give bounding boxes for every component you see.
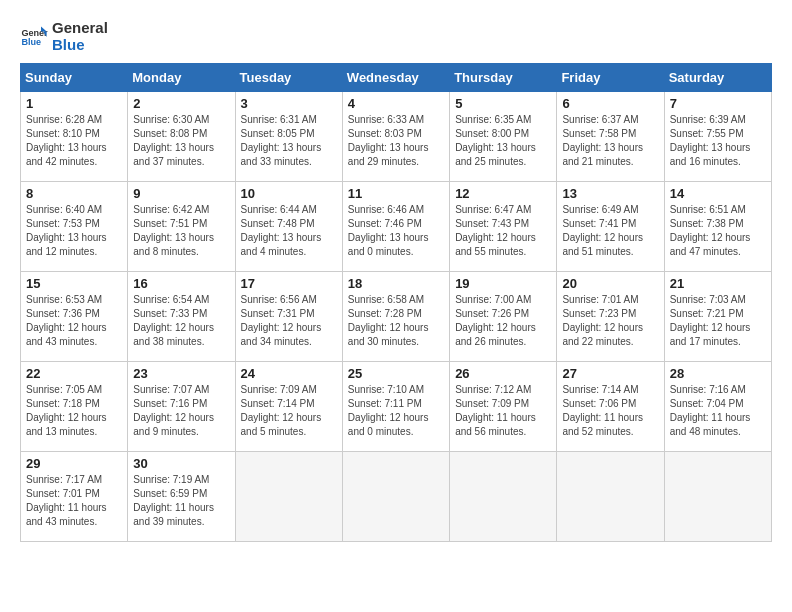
svg-text:Blue: Blue bbox=[21, 37, 41, 47]
weekday-header-friday: Friday bbox=[557, 64, 664, 92]
weekday-header-saturday: Saturday bbox=[664, 64, 771, 92]
calendar-day-23: 23Sunrise: 7:07 AMSunset: 7:16 PMDayligh… bbox=[128, 362, 235, 452]
logo-text-general: General bbox=[52, 20, 108, 37]
calendar-day-5: 5Sunrise: 6:35 AMSunset: 8:00 PMDaylight… bbox=[450, 92, 557, 182]
calendar-day-16: 16Sunrise: 6:54 AMSunset: 7:33 PMDayligh… bbox=[128, 272, 235, 362]
calendar-day-1: 1Sunrise: 6:28 AMSunset: 8:10 PMDaylight… bbox=[21, 92, 128, 182]
page-header: General Blue General Blue bbox=[20, 20, 772, 53]
calendar-day-12: 12Sunrise: 6:47 AMSunset: 7:43 PMDayligh… bbox=[450, 182, 557, 272]
calendar-day-26: 26Sunrise: 7:12 AMSunset: 7:09 PMDayligh… bbox=[450, 362, 557, 452]
weekday-header-monday: Monday bbox=[128, 64, 235, 92]
weekday-header-sunday: Sunday bbox=[21, 64, 128, 92]
calendar-day-15: 15Sunrise: 6:53 AMSunset: 7:36 PMDayligh… bbox=[21, 272, 128, 362]
calendar-day-28: 28Sunrise: 7:16 AMSunset: 7:04 PMDayligh… bbox=[664, 362, 771, 452]
calendar-day-30: 30Sunrise: 7:19 AMSunset: 6:59 PMDayligh… bbox=[128, 452, 235, 542]
calendar-day-24: 24Sunrise: 7:09 AMSunset: 7:14 PMDayligh… bbox=[235, 362, 342, 452]
calendar-day-25: 25Sunrise: 7:10 AMSunset: 7:11 PMDayligh… bbox=[342, 362, 449, 452]
calendar-day-9: 9Sunrise: 6:42 AMSunset: 7:51 PMDaylight… bbox=[128, 182, 235, 272]
calendar-day-13: 13Sunrise: 6:49 AMSunset: 7:41 PMDayligh… bbox=[557, 182, 664, 272]
calendar-day-empty bbox=[664, 452, 771, 542]
calendar-day-4: 4Sunrise: 6:33 AMSunset: 8:03 PMDaylight… bbox=[342, 92, 449, 182]
calendar-day-2: 2Sunrise: 6:30 AMSunset: 8:08 PMDaylight… bbox=[128, 92, 235, 182]
calendar-day-empty bbox=[342, 452, 449, 542]
calendar-day-17: 17Sunrise: 6:56 AMSunset: 7:31 PMDayligh… bbox=[235, 272, 342, 362]
calendar-day-14: 14Sunrise: 6:51 AMSunset: 7:38 PMDayligh… bbox=[664, 182, 771, 272]
calendar-day-empty bbox=[450, 452, 557, 542]
calendar-day-22: 22Sunrise: 7:05 AMSunset: 7:18 PMDayligh… bbox=[21, 362, 128, 452]
calendar-day-29: 29Sunrise: 7:17 AMSunset: 7:01 PMDayligh… bbox=[21, 452, 128, 542]
logo: General Blue General Blue bbox=[20, 20, 108, 53]
calendar-day-10: 10Sunrise: 6:44 AMSunset: 7:48 PMDayligh… bbox=[235, 182, 342, 272]
weekday-header-tuesday: Tuesday bbox=[235, 64, 342, 92]
calendar-day-empty bbox=[235, 452, 342, 542]
calendar-table: SundayMondayTuesdayWednesdayThursdayFrid… bbox=[20, 63, 772, 542]
calendar-day-8: 8Sunrise: 6:40 AMSunset: 7:53 PMDaylight… bbox=[21, 182, 128, 272]
weekday-header-wednesday: Wednesday bbox=[342, 64, 449, 92]
calendar-day-3: 3Sunrise: 6:31 AMSunset: 8:05 PMDaylight… bbox=[235, 92, 342, 182]
logo-text-blue: Blue bbox=[52, 37, 108, 54]
calendar-day-19: 19Sunrise: 7:00 AMSunset: 7:26 PMDayligh… bbox=[450, 272, 557, 362]
weekday-header-thursday: Thursday bbox=[450, 64, 557, 92]
logo-icon: General Blue bbox=[20, 23, 48, 51]
calendar-day-11: 11Sunrise: 6:46 AMSunset: 7:46 PMDayligh… bbox=[342, 182, 449, 272]
calendar-day-18: 18Sunrise: 6:58 AMSunset: 7:28 PMDayligh… bbox=[342, 272, 449, 362]
calendar-day-empty bbox=[557, 452, 664, 542]
calendar-day-6: 6Sunrise: 6:37 AMSunset: 7:58 PMDaylight… bbox=[557, 92, 664, 182]
calendar-day-21: 21Sunrise: 7:03 AMSunset: 7:21 PMDayligh… bbox=[664, 272, 771, 362]
calendar-day-27: 27Sunrise: 7:14 AMSunset: 7:06 PMDayligh… bbox=[557, 362, 664, 452]
calendar-day-7: 7Sunrise: 6:39 AMSunset: 7:55 PMDaylight… bbox=[664, 92, 771, 182]
calendar-day-20: 20Sunrise: 7:01 AMSunset: 7:23 PMDayligh… bbox=[557, 272, 664, 362]
